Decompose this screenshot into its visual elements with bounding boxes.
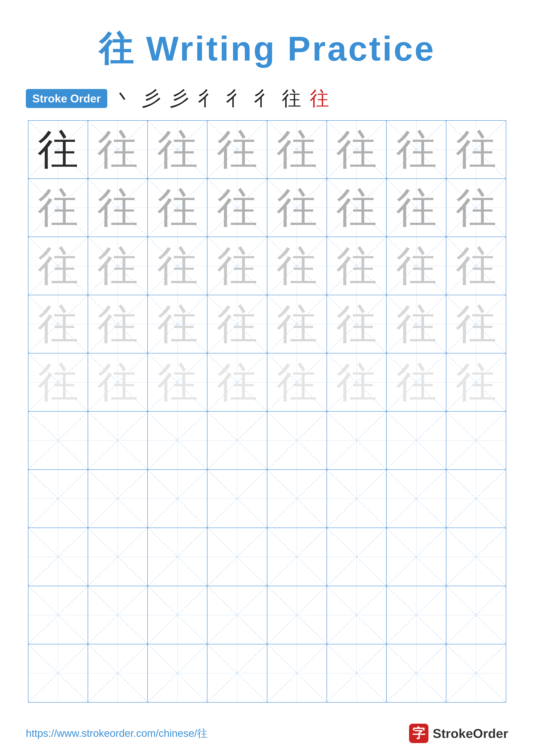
cell-character: 往 [456, 302, 496, 347]
cell-character: 往 [276, 185, 317, 230]
cell-character: 往 [157, 360, 198, 405]
grid-cell-2-4: 往 [267, 237, 327, 295]
brand-name: StrokeOrder [433, 726, 508, 741]
grid-cell-7-6 [387, 528, 446, 586]
svg-line-101 [148, 470, 207, 527]
grid-cell-7-0 [28, 528, 88, 586]
practice-grid: 往往往往往往往往往往往往往往往往往往往往往往往往往往往往往往往往往往往往往往往往 [28, 120, 506, 703]
cell-character: 往 [217, 302, 258, 347]
cell-character: 往 [336, 243, 377, 288]
svg-line-126 [446, 528, 506, 586]
svg-line-87 [207, 412, 267, 470]
svg-line-159 [446, 644, 506, 702]
grid-cell-1-0: 往 [28, 179, 88, 237]
grid-cell-0-3: 往 [207, 121, 267, 179]
grid-cell-5-2 [147, 411, 207, 470]
grid-cell-8-4 [267, 586, 327, 644]
svg-line-134 [207, 586, 267, 644]
grid-cell-3-4: 往 [267, 295, 327, 353]
grid-cell-0-6: 往 [387, 121, 446, 179]
svg-line-132 [148, 586, 207, 644]
svg-line-148 [148, 644, 207, 702]
grid-cell-5-0 [28, 411, 88, 470]
grid-row-1: 往往往往往往往往 [28, 179, 506, 237]
grid-cell-7-5 [327, 528, 387, 586]
svg-line-95 [446, 412, 506, 470]
svg-line-114 [88, 528, 147, 586]
svg-line-123 [327, 528, 386, 586]
svg-line-152 [267, 644, 327, 702]
grid-cell-9-1 [88, 644, 147, 702]
footer-url: https://www.strokeorder.com/chinese/往 [26, 726, 207, 740]
grid-cell-2-3: 往 [207, 237, 267, 295]
svg-line-155 [327, 644, 386, 702]
grid-cell-2-6: 往 [387, 237, 446, 295]
grid-cell-6-0 [28, 470, 88, 528]
svg-line-158 [446, 644, 506, 702]
svg-line-138 [327, 586, 386, 644]
cell-character: 往 [456, 185, 496, 230]
grid-cell-2-2: 往 [147, 237, 207, 295]
grid-cell-7-3 [207, 528, 267, 586]
grid-cell-7-7 [446, 528, 506, 586]
grid-cell-2-1: 往 [88, 237, 147, 295]
page-title: 往 Writing Practice [99, 26, 436, 72]
cell-character: 往 [396, 360, 437, 405]
svg-line-150 [207, 644, 267, 702]
cell-character: 往 [336, 360, 377, 405]
grid-cell-8-2 [147, 586, 207, 644]
svg-line-146 [88, 644, 147, 702]
grid-cell-1-5: 往 [327, 179, 387, 237]
svg-line-116 [148, 528, 207, 586]
grid-cell-7-1 [88, 528, 147, 586]
svg-line-129 [28, 586, 88, 644]
grid-row-7 [28, 528, 506, 586]
grid-cell-9-3 [207, 644, 267, 702]
grid-cell-5-1 [88, 411, 147, 470]
svg-line-117 [148, 528, 207, 586]
cell-character: 往 [38, 127, 78, 172]
svg-line-151 [207, 644, 267, 702]
cell-character: 往 [97, 360, 138, 405]
svg-line-122 [327, 528, 386, 586]
grid-cell-3-0: 往 [28, 295, 88, 353]
grid-cell-3-1: 往 [88, 295, 147, 353]
grid-cell-4-6: 往 [387, 353, 446, 411]
grid-cell-9-5 [327, 644, 387, 702]
svg-line-121 [267, 528, 327, 586]
svg-line-86 [207, 412, 267, 470]
svg-line-144 [28, 644, 88, 702]
stroke-char-2: 彡 [170, 85, 189, 112]
svg-line-105 [267, 470, 327, 527]
cell-character: 往 [336, 185, 377, 230]
cell-character: 往 [97, 302, 138, 347]
svg-line-133 [148, 586, 207, 644]
svg-line-112 [28, 528, 88, 586]
svg-line-92 [387, 412, 446, 470]
svg-line-82 [88, 412, 147, 470]
svg-line-118 [207, 528, 267, 586]
grid-cell-4-1: 往 [88, 353, 147, 411]
svg-line-90 [327, 412, 386, 470]
svg-line-141 [387, 586, 446, 644]
cell-character: 往 [456, 360, 496, 405]
svg-line-84 [148, 412, 207, 470]
grid-cell-4-4: 往 [267, 353, 327, 411]
grid-cell-0-2: 往 [147, 121, 207, 179]
svg-line-140 [387, 586, 446, 644]
svg-line-96 [28, 470, 88, 527]
cell-character: 往 [38, 243, 78, 288]
cell-character: 往 [97, 185, 138, 230]
grid-cell-3-5: 往 [327, 295, 387, 353]
grid-cell-0-4: 往 [267, 121, 327, 179]
grid-cell-9-4 [267, 644, 327, 702]
cell-character: 往 [396, 127, 437, 172]
grid-cell-6-2 [147, 470, 207, 528]
grid-cell-6-7 [446, 470, 506, 528]
svg-line-139 [327, 586, 386, 644]
grid-cell-1-2: 往 [147, 179, 207, 237]
grid-cell-2-0: 往 [28, 237, 88, 295]
grid-cell-8-1 [88, 586, 147, 644]
cell-character: 往 [396, 302, 437, 347]
svg-line-106 [327, 470, 386, 527]
